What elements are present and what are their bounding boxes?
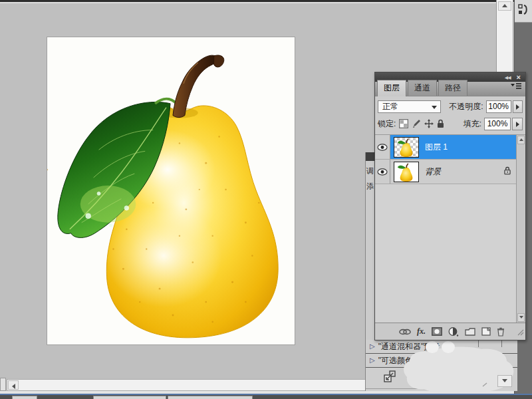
right-arrow-icon bbox=[516, 122, 519, 127]
eye-icon bbox=[377, 168, 388, 176]
resize-panel-icon[interactable] bbox=[382, 370, 397, 386]
new-group-icon[interactable] bbox=[465, 328, 475, 336]
opacity-slider-button[interactable] bbox=[513, 100, 523, 113]
blend-mode-select[interactable]: 正常 bbox=[378, 100, 441, 113]
lock-paint-brush-icon[interactable] bbox=[412, 119, 421, 128]
fill-input[interactable]: 100% bbox=[484, 118, 511, 130]
down-arrow-icon bbox=[519, 316, 523, 319]
layer-effects-icon[interactable]: fx. bbox=[417, 327, 426, 336]
visibility-toggle[interactable] bbox=[375, 160, 390, 184]
layer-mask-icon[interactable] bbox=[432, 327, 442, 336]
list-scroll-down-button[interactable] bbox=[517, 313, 525, 322]
taskbar-edge bbox=[0, 395, 532, 399]
pear-artwork bbox=[47, 37, 295, 344]
collapse-panel-icon[interactable]: ◀◀ bbox=[505, 75, 511, 80]
layers-list: 图层 1 bbox=[375, 134, 525, 323]
hidden-panel-char-2: 添 bbox=[366, 182, 374, 192]
window-top-highlight bbox=[0, 2, 532, 3]
layer-row-layer1[interactable]: 图层 1 bbox=[375, 135, 525, 160]
scroll-down-button[interactable] bbox=[497, 375, 512, 387]
tab-paths[interactable]: 路径 bbox=[438, 80, 467, 96]
layers-bottom-bar: fx. bbox=[375, 323, 525, 340]
panel-resize-grip[interactable] bbox=[517, 327, 524, 338]
hidden-panel-header-edge bbox=[366, 152, 374, 161]
hidden-panel-edge[interactable]: 调 添 bbox=[365, 152, 374, 340]
layer-name[interactable]: 背景 bbox=[425, 166, 441, 178]
link-layers-icon[interactable] bbox=[399, 329, 411, 335]
close-panel-icon[interactable]: × bbox=[517, 74, 521, 81]
disclosure-triangle-icon[interactable]: ▷ bbox=[370, 357, 375, 364]
dock-header[interactable] bbox=[515, 0, 532, 23]
down-arrow-icon bbox=[502, 379, 507, 382]
expand-dock-icon bbox=[518, 3, 529, 17]
right-arrow-icon bbox=[516, 104, 519, 110]
list-scroll-up-button[interactable] bbox=[517, 136, 525, 144]
visibility-toggle[interactable] bbox=[375, 135, 390, 159]
up-arrow-icon bbox=[519, 138, 523, 141]
panel-tab-bar: 图层 通道 路径 bbox=[375, 82, 525, 96]
layer-name[interactable]: 图层 1 bbox=[425, 142, 448, 153]
layers-panel-body: 正常 不透明度: 100% 锁定: bbox=[375, 96, 525, 340]
tab-channels[interactable]: 通道 bbox=[408, 80, 437, 96]
scroll-left-button[interactable] bbox=[8, 380, 19, 390]
layer-thumbnail[interactable] bbox=[394, 162, 419, 182]
fill-slider-button[interactable] bbox=[512, 118, 523, 130]
up-arrow-icon bbox=[502, 4, 507, 7]
hidden-panel-char-1: 调 bbox=[366, 166, 374, 176]
disclosure-triangle-icon[interactable]: ▷ bbox=[370, 343, 375, 350]
scrollbar-corner bbox=[0, 378, 6, 391]
delete-layer-icon[interactable] bbox=[497, 327, 505, 336]
opacity-label: 不透明度: bbox=[449, 101, 483, 112]
photoshop-workspace: 调 添 ▷ "通道混和器"预设 ▷ "可选颜色"预设 bbox=[0, 0, 532, 399]
chevron-down-icon bbox=[432, 106, 437, 109]
document-canvas[interactable] bbox=[47, 37, 295, 345]
eye-icon bbox=[377, 144, 388, 151]
panel-menu-icon[interactable] bbox=[511, 80, 521, 92]
lock-label: 锁定: bbox=[378, 118, 396, 130]
layer-row-background[interactable]: 背景 bbox=[375, 160, 525, 184]
layer-thumbnail[interactable] bbox=[394, 137, 419, 158]
taskbar-item[interactable] bbox=[12, 396, 37, 399]
tab-layers[interactable]: 图层 bbox=[377, 80, 406, 96]
adjustment-layer-icon[interactable] bbox=[448, 327, 459, 336]
fill-label: 填充: bbox=[464, 118, 481, 130]
layers-list-scrollbar[interactable] bbox=[516, 135, 525, 323]
taskbar-item[interactable] bbox=[168, 396, 253, 399]
left-arrow-icon bbox=[12, 384, 15, 389]
background-lock-icon bbox=[504, 166, 511, 178]
taskbar-item[interactable] bbox=[93, 396, 166, 399]
scroll-up-button[interactable] bbox=[498, 1, 511, 11]
lock-all-icon[interactable] bbox=[437, 119, 444, 128]
new-layer-icon[interactable] bbox=[481, 327, 491, 336]
lock-transparency-icon[interactable] bbox=[399, 119, 408, 128]
blend-mode-value: 正常 bbox=[382, 101, 398, 112]
lock-position-move-icon[interactable] bbox=[424, 119, 434, 128]
layers-panel: ◀◀ × 图层 通道 路径 正常 不 bbox=[374, 72, 526, 340]
opacity-input[interactable]: 100% bbox=[486, 100, 511, 113]
